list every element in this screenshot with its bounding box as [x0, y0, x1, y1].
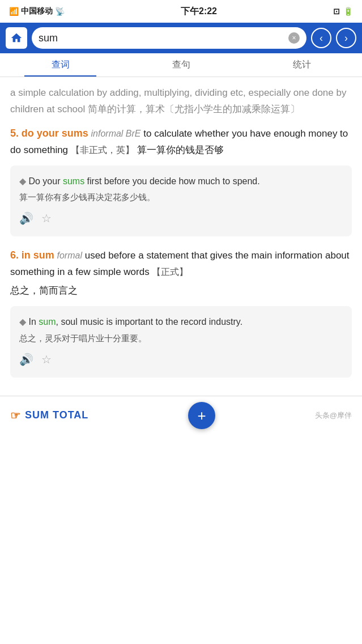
sound-button-6[interactable]: 🔊 — [19, 349, 33, 370]
entry-5-label: informal BrE — [91, 129, 141, 138]
battery-icon: 🔋 — [343, 7, 353, 16]
entry-5-bracket: 【非正式，英】 — [71, 145, 134, 155]
status-time: 下午2:22 — [181, 6, 217, 18]
entry-6-label: formal — [57, 251, 82, 260]
entry-6-actions: 🔊 ☆ — [19, 349, 343, 370]
entry-6-chinese: 总之，简而言之 — [10, 283, 352, 299]
entry-6-example-text: ◆ In sum, soul music is important to the… — [19, 314, 343, 331]
sum-total-link[interactable]: ☞ SUM TOTAL — [10, 409, 88, 422]
entry-6-bracket: 【正式】 — [152, 267, 188, 277]
entry-5-example-box: ◆ Do your sums first before you decide h… — [10, 166, 352, 237]
status-bar: 📶 中国移动 📡 下午2:22 ⊡ 🔋 — [0, 0, 362, 23]
tab-chaju[interactable]: 查句 — [121, 53, 241, 77]
sum-total-icon: ☞ — [10, 409, 20, 422]
tab-chaoci[interactable]: 查词 — [0, 53, 121, 77]
entry-5-header: 5. do your sums informal BrE to calculat… — [10, 125, 352, 159]
wifi-icon: 📡 — [55, 7, 65, 16]
watermark: 头条@摩伴 — [315, 410, 352, 421]
entry-6-highlight: sum — [39, 317, 56, 327]
signal-icon: 📶 — [9, 7, 19, 16]
search-input[interactable] — [39, 32, 288, 44]
sound-button-5[interactable]: 🔊 — [19, 208, 33, 228]
entry-6-example-cn: 总之，灵乐对于唱片业十分重要。 — [19, 331, 343, 346]
entry-5-phrase: do your sums — [22, 128, 88, 139]
content-area: a simple calculation by adding, multiply… — [0, 77, 362, 396]
bottom-bar: ☞ SUM TOTAL + 头条@摩伴 — [0, 396, 362, 435]
entry-6: 6. in sum formal used before a statement… — [10, 247, 352, 377]
star-button-5[interactable]: ☆ — [41, 208, 52, 228]
clear-button[interactable]: × — [288, 32, 300, 44]
tab-tongji[interactable]: 统计 — [241, 53, 362, 77]
fab-button[interactable]: + — [188, 402, 215, 429]
entry-6-phrase: in sum — [22, 249, 54, 261]
diamond-icon-6: ◆ — [19, 317, 26, 327]
back-button[interactable]: ‹ — [311, 28, 331, 48]
entry-5-example-text: ◆ Do your sums first before you decide h… — [19, 173, 343, 190]
entry-5-highlight: sums — [63, 176, 84, 186]
status-battery: ⊡ 🔋 — [333, 7, 353, 16]
entry-6-number: 6. — [10, 249, 19, 261]
screen-icon: ⊡ — [333, 7, 340, 16]
forward-button[interactable]: › — [336, 28, 356, 48]
entry-5: 5. do your sums informal BrE to calculat… — [10, 125, 352, 237]
home-button[interactable] — [6, 27, 27, 49]
tab-bar: 查词 查句 统计 — [0, 53, 362, 77]
star-button-6[interactable]: ☆ — [41, 349, 52, 370]
entry-5-number: 5. — [10, 128, 19, 139]
sum-total-label: SUM TOTAL — [25, 409, 88, 421]
diamond-icon-5: ◆ — [19, 176, 26, 186]
entry-6-example-box: ◆ In sum, soul music is important to the… — [10, 306, 352, 378]
search-input-wrap: × — [32, 27, 306, 49]
entry-5-example-cn: 算一算你有多少钱再决定花多少钱。 — [19, 189, 343, 205]
entry-5-actions: 🔊 ☆ — [19, 208, 343, 228]
entry-6-header: 6. in sum formal used before a statement… — [10, 247, 352, 281]
entry-5-chinese: 算一算你的钱是否够 — [137, 145, 224, 155]
truncated-definition: a simple calculation by adding, multiply… — [10, 85, 352, 118]
plus-icon: + — [197, 408, 206, 423]
status-carrier: 📶 中国移动 📡 — [9, 6, 65, 16]
search-bar: × ‹ › — [0, 23, 362, 53]
